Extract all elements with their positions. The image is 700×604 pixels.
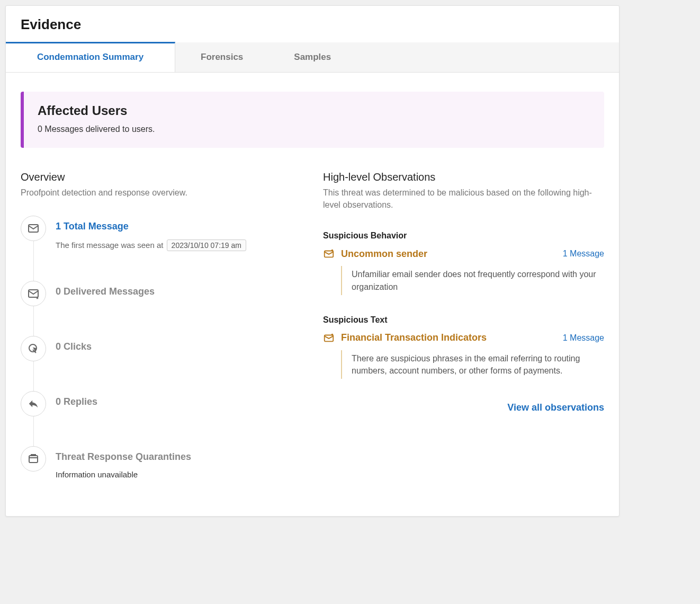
affected-users-banner: Affected Users 0 Messages delivered to u… (21, 92, 604, 148)
obs-uncommon-sender[interactable]: Uncommon sender 1 Message (323, 248, 604, 260)
timeline-item-total-messages: 1 Total Message The first message was se… (21, 216, 302, 281)
obs-group-behavior-title: Suspicious Behavior (323, 231, 604, 241)
obs-count: 1 Message (563, 333, 604, 343)
timeline-item-quarantines: Threat Response Quarantines Information … (21, 446, 302, 479)
svg-point-5 (331, 250, 334, 252)
mail-flag-icon (323, 332, 335, 344)
click-icon (21, 336, 46, 361)
overview-timeline: 1 Total Message The first message was se… (21, 216, 302, 479)
timeline-item-delivered: 0 Delivered Messages (21, 281, 302, 336)
obs-count: 1 Message (563, 249, 604, 259)
first-seen-label: The first message was seen at (56, 241, 163, 250)
replies-title: 0 Replies (56, 396, 97, 407)
delivered-messages-title: 0 Delivered Messages (56, 286, 155, 297)
first-seen-timestamp: 2023/10/10 07:19 am (167, 239, 246, 251)
obs-description: There are suspicious phrases in the emai… (341, 350, 604, 379)
evidence-panel: Evidence Condemnation Summary Forensics … (5, 5, 620, 517)
obs-financial-indicators[interactable]: Financial Transaction Indicators 1 Messa… (323, 332, 604, 344)
panel-title: Evidence (6, 6, 619, 42)
observations-subheading: This threat was determined to be malicio… (323, 186, 604, 211)
affected-users-title: Affected Users (38, 103, 590, 118)
obs-title: Financial Transaction Indicators (341, 332, 557, 343)
obs-group-text-title: Suspicious Text (323, 315, 604, 325)
quarantine-icon (21, 446, 46, 472)
observations-heading: High-level Observations (323, 171, 604, 183)
tab-samples[interactable]: Samples (268, 42, 356, 72)
mail-flag-icon (323, 248, 335, 260)
tab-condemnation-summary[interactable]: Condemnation Summary (6, 42, 175, 72)
clicks-title: 0 Clicks (56, 341, 92, 352)
affected-users-subtitle: 0 Messages delivered to users. (38, 125, 590, 134)
overview-column: Overview Proofpoint detection and respon… (21, 171, 302, 479)
view-all-row: View all observations (323, 402, 604, 413)
total-messages-subtitle: The first message was seen at 2023/10/10… (56, 239, 246, 251)
quarantines-title: Threat Response Quarantines (56, 451, 191, 463)
quarantines-subtitle: Information unavailable (56, 470, 191, 479)
svg-point-7 (331, 334, 334, 336)
reply-icon (21, 391, 46, 416)
panel-body: Affected Users 0 Messages delivered to u… (6, 73, 619, 484)
mail-icon (21, 216, 46, 241)
mail-alert-icon (21, 281, 46, 306)
timeline-item-clicks: 0 Clicks (21, 336, 302, 391)
timeline-item-replies: 0 Replies (21, 391, 302, 446)
view-all-observations-link[interactable]: View all observations (507, 402, 604, 413)
overview-subheading: Proofpoint detection and response overvi… (21, 186, 302, 199)
tab-bar: Condemnation Summary Forensics Samples (6, 42, 619, 73)
total-messages-title: 1 Total Message (56, 221, 246, 232)
svg-rect-3 (29, 456, 38, 463)
observations-column: High-level Observations This threat was … (323, 171, 604, 479)
tab-forensics[interactable]: Forensics (175, 42, 268, 72)
overview-heading: Overview (21, 171, 302, 183)
obs-description: Unfamiliar email sender does not frequen… (341, 266, 604, 295)
obs-title: Uncommon sender (341, 248, 557, 260)
